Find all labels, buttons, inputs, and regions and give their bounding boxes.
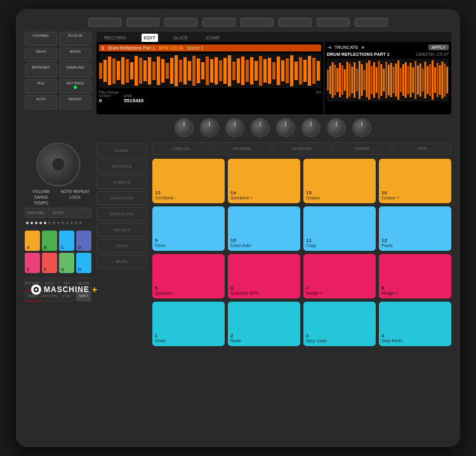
perform-button[interactable]: PERFORM [25,208,46,218]
step-button[interactable]: STEP [393,142,451,155]
pad-11[interactable]: 11 Copy [303,206,376,251]
top-btn-3[interactable] [164,18,197,27]
tab-zone[interactable]: ZONE [203,34,222,42]
track-bpm: BPM 120.00 [159,46,183,50]
file-button[interactable]: FILE [25,79,57,93]
scene-button[interactable]: SCENE [96,144,147,158]
solo-button[interactable]: SOLO [96,239,147,253]
keyboard-button[interactable]: KEYBOARD [273,142,331,155]
knob-8[interactable] [352,118,371,137]
svg-rect-12 [152,62,155,80]
svg-rect-83 [407,66,409,94]
svg-rect-23 [201,62,204,79]
extra-button[interactable] [70,208,91,218]
top-btn-7[interactable] [317,18,350,27]
knob-5[interactable] [276,118,295,137]
pattern-button[interactable]: PATTERN [96,159,147,173]
pad-1[interactable]: 1 Undo [152,302,225,346]
svg-rect-86 [414,61,416,99]
chords-button[interactable]: CHORDS [333,142,391,155]
svg-rect-81 [402,64,404,96]
sampling-button[interactable]: SAMPLING [59,64,91,77]
ideas-button[interactable]: IDEAS [25,48,57,62]
pad-16[interactable]: 16 Octave + [379,159,451,203]
select-button[interactable]: SELECT [96,223,147,237]
top-btn-2[interactable] [126,18,159,27]
notes-button[interactable]: NOTES [48,208,69,218]
knob-1[interactable] [175,118,194,137]
browser-button[interactable]: BROWSER [25,64,57,77]
svg-rect-0 [99,63,102,79]
mini-pad-f[interactable]: F [42,253,57,273]
knob-3[interactable] [225,118,244,137]
macro-button[interactable]: MACRO [59,95,91,109]
mini-pad-a[interactable]: A [25,231,40,251]
svg-rect-29 [228,55,231,86]
right-header: ◄ TRUNCATE ► APPLY [327,44,449,50]
plugin-button[interactable]: PLUG-IN [59,32,91,46]
pad-8[interactable]: 8 Nudge > [379,254,451,298]
pad-mode-button[interactable]: PAD MODE [213,142,271,155]
pad-7[interactable]: 7 Nudge < [303,254,376,298]
pad-3[interactable]: 3 Step Undo [303,302,376,346]
mixer-button[interactable]: MIXER [59,48,91,62]
top-btn-6[interactable] [279,18,312,27]
top-btn-5[interactable] [241,18,274,27]
top-btn-8[interactable] [355,18,388,27]
svg-rect-55 [339,63,341,97]
svg-rect-18 [179,60,182,82]
apply-button[interactable]: APPLY [428,44,449,50]
truncate-prev[interactable]: ◄ [327,44,332,50]
pad-10[interactable]: 10 Clear Auto [228,206,300,251]
pad-5[interactable]: 5 Quantize [152,254,225,298]
top-btn-4[interactable] [202,18,235,27]
pad-13[interactable]: 13 Semitone - [152,159,225,203]
top-btn-1[interactable] [88,18,121,27]
pad-2[interactable]: 2 Redo [228,302,300,346]
start-value: 0 [99,98,111,104]
duplicate-button[interactable]: DUPLICATE [96,207,147,221]
fixed-vel-button[interactable]: FIXED VEL [152,142,211,155]
svg-rect-69 [373,62,375,98]
tab-edit[interactable]: EDIT [142,34,158,42]
jog-wheel[interactable] [36,142,81,187]
svg-rect-76 [390,63,392,97]
top-buttons-row [25,18,451,27]
settings-button[interactable]: SETTINGS [59,79,91,93]
svg-rect-60 [351,67,353,93]
pad-4[interactable]: 4 Step Redo [379,302,451,346]
knob-4[interactable] [251,118,270,137]
pad-9[interactable]: 9 Clear [152,206,225,251]
pad-14[interactable]: 14 Semitone + [228,159,300,203]
channel-button[interactable]: CHANNEL [25,32,57,46]
mini-pad-c[interactable]: C [59,231,74,251]
tab-record[interactable]: RECORD [102,34,129,42]
knob-7[interactable] [327,118,346,137]
mini-pad-e[interactable]: E [25,253,40,273]
mini-pad-g[interactable]: G [59,253,74,273]
truncate-next[interactable]: ► [361,44,366,50]
svg-rect-34 [250,57,253,84]
mute-button[interactable]: MUTE [96,255,147,269]
svg-rect-53 [334,65,336,95]
auto-button[interactable]: AUTO [25,95,57,109]
pad-12[interactable]: 12 Paste [379,206,451,251]
mini-pad-h[interactable]: H [76,253,91,273]
knob-6[interactable] [301,118,321,137]
pad-15[interactable]: 15 Octave - [303,159,376,203]
control-labels: VOLUME NOTE REPEAT SWING LOCK TEMPO [25,189,91,205]
svg-rect-59 [349,64,351,97]
mini-pad-b[interactable]: B [42,231,57,251]
events-button[interactable]: EVENTS [96,175,147,189]
knob-2[interactable] [200,118,219,137]
svg-rect-52 [332,62,334,98]
dots-row [25,220,91,225]
pad-6[interactable]: 6 Quantize 50% [228,254,300,298]
svg-rect-74 [385,62,387,98]
brand-name: MASCHINE [44,285,89,294]
variation-button[interactable]: VARIATION [96,191,147,205]
tab-slice[interactable]: SLICE [171,34,190,42]
mini-pad-d[interactable]: D [76,231,91,251]
svg-rect-50 [327,70,329,90]
svg-rect-78 [395,64,397,97]
